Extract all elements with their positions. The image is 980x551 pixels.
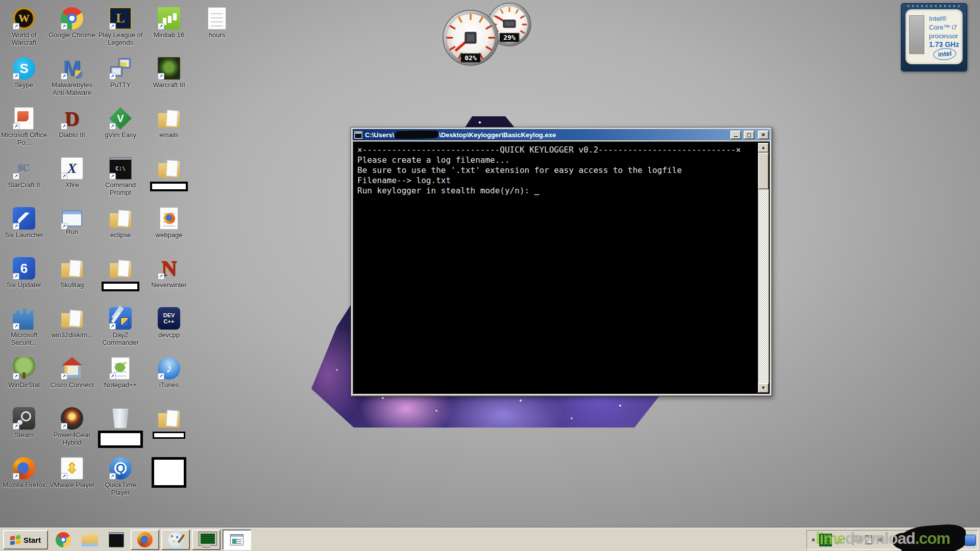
desktop-icon-world-of-warcraft[interactable]: W↗World of Warcraft <box>1 7 47 46</box>
desktop-icon-label: Xfire <box>48 181 95 189</box>
label-redaction <box>98 431 143 448</box>
desktop-icon-redacted-item[interactable] <box>145 457 192 488</box>
intel-type: processor <box>929 32 959 40</box>
desktop-icon-quicktime-player[interactable]: Q↗QuickTime Player <box>97 457 144 496</box>
scrollbar-thumb[interactable] <box>758 153 769 189</box>
desktop-icon-label: Run <box>48 228 95 236</box>
desktop-icon-power4gear-hybrid[interactable]: ↗Power4Gear Hybrid <box>48 407 95 446</box>
desktop-icon-label: Malwarebytes Anti-Malware <box>48 81 95 96</box>
desktop-icon-neverwinter[interactable]: N↗Neverwinter <box>145 257 192 289</box>
intel-usage-meter <box>909 15 924 54</box>
intel-logo: intel <box>933 47 957 61</box>
scroll-down-button[interactable]: ▼ <box>758 383 769 393</box>
desktop-icon-redacted-folder-3[interactable] <box>145 407 192 439</box>
desktop-icon-mozilla-firefox[interactable]: ↗Mozilla Firefox <box>1 457 47 489</box>
desktop-icon-skype[interactable]: S↗Skype <box>1 57 47 89</box>
shortcut-arrow-icon: ↗ <box>61 423 67 430</box>
start-button[interactable]: Start <box>3 530 48 549</box>
desktop-icon-diablo-iii[interactable]: D↗Diablo III <box>48 107 95 139</box>
desktop-icon-gvim-easy[interactable]: V↗gVim Easy <box>97 107 144 139</box>
desktop-icon-malwarebytes-anti-malware[interactable]: M↗Malwarebytes Anti-Malware <box>48 57 95 96</box>
firefox-icon <box>137 532 153 547</box>
desktop-icon-devcpp[interactable]: DEV C++devcpp <box>145 307 192 339</box>
desktop-icon-minitab-16[interactable]: ↗Minitab 16 <box>145 7 192 39</box>
desktop-icon-microsoft-office-po[interactable]: ↗Microsoft Office Po... <box>1 107 47 146</box>
clipboard-icon[interactable] <box>865 535 872 544</box>
taskbar-button-command-prompt[interactable] <box>104 530 129 550</box>
desktop-icon-recycle-bin[interactable] <box>97 407 144 448</box>
desktop-icon-dayz-commander[interactable]: ↗DayZ Commander <box>97 307 144 346</box>
shortcut-arrow-icon: ↗ <box>61 73 67 80</box>
signal-bars-icon[interactable] <box>837 535 848 544</box>
bigredact-icon <box>152 457 186 488</box>
cmd-window-icon <box>354 131 362 139</box>
desktop-icon-google-chrome[interactable]: ↗Google Chrome <box>48 7 95 39</box>
taskbar-button-chrome[interactable] <box>51 530 76 550</box>
shortcut-arrow-icon: ↗ <box>13 473 19 480</box>
desktop-icon-label: PuTTY <box>97 81 144 89</box>
cmd-icon <box>109 532 124 547</box>
flag-icon[interactable] <box>852 535 861 545</box>
desktop-icon-win32diskim[interactable]: win32diskim... <box>48 307 95 339</box>
shortcut-arrow-icon: ↗ <box>13 273 19 280</box>
desktop-icon-putty[interactable]: ↗PuTTY <box>97 57 144 89</box>
taskbar-button-explorer[interactable] <box>78 530 102 550</box>
desktop-icon-redacted-folder-2[interactable] <box>97 257 144 291</box>
desktop-icon-eclipse[interactable]: eclipse <box>97 207 144 239</box>
desktop-icon-webpage[interactable]: webpage <box>145 207 192 239</box>
desktop-icon-redacted-folder-1[interactable] <box>145 157 192 191</box>
console-line: Filename--> log.txt <box>357 176 753 186</box>
intel-cpu-gadget[interactable]: Intel® Core™ i7 processor 1.73 GHz intel <box>901 3 967 71</box>
desktop-icon-label: Steam <box>1 431 47 439</box>
shortcut-arrow-icon: ↗ <box>13 23 19 30</box>
shortcut-arrow-icon: ↗ <box>61 473 67 480</box>
scroll-up-button[interactable]: ▲ <box>758 143 769 153</box>
desktop-icon-steam[interactable]: ↗Steam <box>1 407 47 439</box>
desktop-icon-starcraft-ii[interactable]: SC↗StarCraft II <box>1 157 47 189</box>
desktop-icon-skulltag[interactable]: Skulltag <box>48 257 95 289</box>
desktop-icon-cisco-connect[interactable]: ↗Cisco Connect <box>48 357 95 389</box>
desktop-icon-label: VMware Player <box>48 481 95 489</box>
green-grid-icon[interactable] <box>819 534 832 546</box>
desktop-icon-six-updater[interactable]: 6↗Six Updater <box>1 257 47 289</box>
shortcut-arrow-icon: ↗ <box>158 23 164 30</box>
taskbar-button-firefox[interactable] <box>131 530 159 550</box>
close-button[interactable]: × <box>758 131 769 139</box>
window-titlebar[interactable]: C:\Users\ \Desktop\Keylogger\BasicKeylog… <box>353 129 770 140</box>
desktop-icon-command-prompt[interactable]: C:\↗Command Prompt <box>97 157 144 196</box>
desktop-icon-hours[interactable]: hours <box>193 7 240 39</box>
chevron-up-icon[interactable]: » <box>809 538 817 541</box>
desktop-icon-warcraft-iii[interactable]: ↗Warcraft III <box>145 57 192 89</box>
desktop-icon-six-launcher[interactable]: ↗Six Launcher <box>1 207 47 239</box>
desktop-icon-xfire[interactable]: X↗Xfire <box>48 157 95 189</box>
desktop-icon-label: Power4Gear Hybrid <box>48 431 95 446</box>
scrollbar[interactable]: ▲ ▼ <box>758 143 769 393</box>
desktop-icon-windirstat[interactable]: ↗WinDirStat <box>1 357 47 389</box>
desktop-icon-run[interactable]: ↗Run <box>48 207 95 236</box>
taskbar-button-active-keylogger-window[interactable] <box>223 530 251 550</box>
minimize-button[interactable]: _ <box>730 131 741 139</box>
shortcut-arrow-icon: ↗ <box>61 223 67 230</box>
desktop-icon-label: Six Updater <box>1 281 47 289</box>
shortcut-arrow-icon: ↗ <box>109 173 116 180</box>
desktop-icon-label: QuickTime Player <box>97 481 144 496</box>
blue-app-icon[interactable] <box>965 535 976 546</box>
maximize-button[interactable]: □ <box>744 131 754 139</box>
desktop-icon-microsoft-securit[interactable]: ↗Microsoft Securit... <box>1 307 47 346</box>
desktop-icon-vmware-player[interactable]: ↗VMware Player <box>48 457 95 489</box>
desktop-icon-emails[interactable]: emails <box>145 107 192 139</box>
desktop-icon-notepad-plus-plus[interactable]: ↗Notepad++ <box>97 357 144 389</box>
cpu-meter-gadget[interactable]: 29% 02% <box>435 1 535 66</box>
shortcut-arrow-icon: ↗ <box>61 173 67 180</box>
doc-icon <box>208 7 226 30</box>
console-output[interactable]: ×----------------------------QUICK KEYLO… <box>353 141 770 394</box>
desktop-icon-itunes[interactable]: ♪↗iTunes <box>145 357 192 389</box>
system-tray: » <box>806 530 978 549</box>
speaker-icon[interactable] <box>877 536 886 544</box>
desktop-icon-play-league-of-legends[interactable]: L↗Play League of Legends <box>97 7 144 46</box>
chrome-icon <box>56 532 71 547</box>
taskbar-button-paint[interactable] <box>161 530 190 550</box>
console-window[interactable]: C:\Users\ \Desktop\Keylogger\BasicKeylog… <box>351 127 772 396</box>
taskbar-button-system-monitor[interactable] <box>192 530 220 550</box>
desktop-icon-label: Diablo III <box>48 131 95 139</box>
